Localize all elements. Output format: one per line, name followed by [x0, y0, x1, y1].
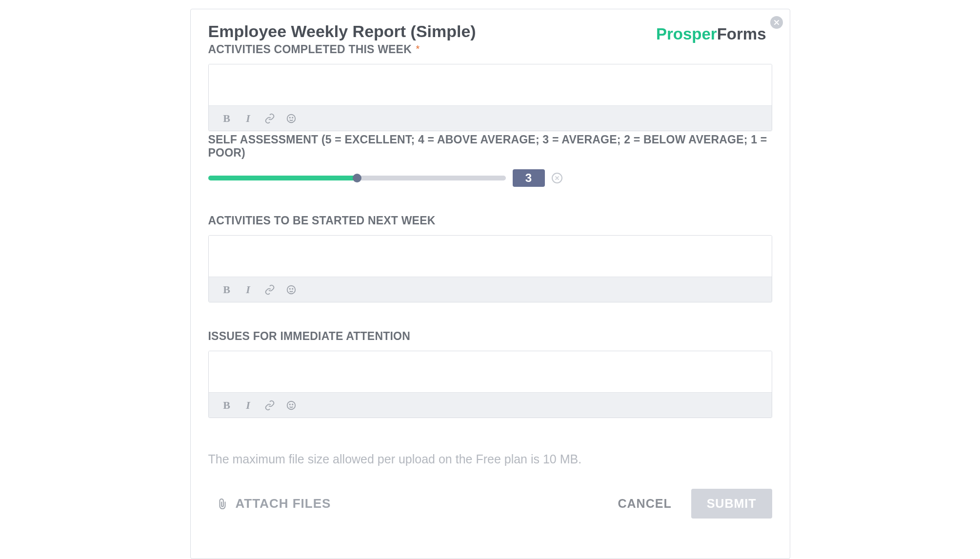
link-icon	[264, 284, 275, 295]
clear-icon	[555, 176, 560, 180]
field-self-assessment: SELF ASSESSMENT (5 = EXCELLENT; 4 = ABOV…	[208, 133, 772, 187]
activities-next-input[interactable]	[209, 236, 772, 275]
self-assessment-slider[interactable]	[208, 176, 506, 180]
form-title: Employee Weekly Report (Simple)	[208, 22, 476, 41]
emoji-button[interactable]	[285, 399, 298, 412]
link-button[interactable]	[263, 112, 276, 125]
emoji-button[interactable]	[285, 112, 298, 125]
svg-point-8	[292, 404, 293, 404]
slider-row: 3	[208, 169, 772, 187]
editor-toolbar: B I	[209, 277, 772, 302]
bold-button[interactable]: B	[220, 112, 233, 125]
paperclip-icon	[217, 498, 228, 510]
file-size-note: The maximum file size allowed per upload…	[208, 452, 772, 466]
emoji-button[interactable]	[285, 283, 298, 296]
attach-files-button[interactable]: ATTACH FILES	[208, 496, 331, 511]
svg-point-2	[292, 117, 293, 118]
close-button[interactable]	[770, 16, 783, 29]
field-activities-next: ACTIVITIES TO BE STARTED NEXT WEEK B I	[208, 214, 772, 302]
editor-issues: B I	[208, 351, 772, 418]
svg-point-1	[289, 117, 290, 118]
emoji-icon	[286, 400, 297, 411]
required-indicator: *	[416, 43, 420, 54]
svg-point-7	[289, 404, 290, 404]
field-label: ACTIVITIES COMPLETED THIS WEEK	[208, 43, 412, 56]
editor-toolbar: B I	[209, 392, 772, 418]
brand-part1: Prosper	[656, 25, 717, 43]
slider-value-badge: 3	[513, 169, 545, 187]
svg-point-0	[287, 114, 295, 122]
footer-actions: CANCEL SUBMIT	[618, 489, 772, 519]
slider-fill	[208, 176, 357, 180]
italic-button[interactable]: I	[242, 283, 255, 296]
emoji-icon	[286, 113, 297, 124]
slider-clear-button[interactable]	[552, 173, 562, 183]
field-issues: ISSUES FOR IMMEDIATE ATTENTION B I	[208, 330, 772, 418]
activities-completed-input[interactable]	[209, 64, 772, 103]
editor-toolbar: B I	[209, 105, 772, 131]
modal-header: Employee Weekly Report (Simple) ACTIVITI…	[208, 22, 772, 56]
form-modal: Employee Weekly Report (Simple) ACTIVITI…	[190, 9, 790, 559]
bold-button[interactable]: B	[220, 399, 233, 412]
modal-footer: ATTACH FILES CANCEL SUBMIT	[208, 489, 772, 519]
link-button[interactable]	[263, 399, 276, 412]
brand-logo: ProsperForms	[656, 25, 766, 43]
brand-part2: Forms	[717, 25, 766, 43]
editor-activities-completed: B I	[208, 64, 772, 131]
field-label: SELF ASSESSMENT (5 = EXCELLENT; 4 = ABOV…	[208, 133, 772, 160]
bold-button[interactable]: B	[220, 283, 233, 296]
submit-button[interactable]: SUBMIT	[691, 489, 772, 519]
close-icon	[774, 20, 780, 25]
slider-thumb[interactable]	[353, 174, 361, 182]
emoji-icon	[286, 284, 297, 295]
svg-point-6	[287, 401, 295, 409]
italic-button[interactable]: I	[242, 112, 255, 125]
field-label: ISSUES FOR IMMEDIATE ATTENTION	[208, 330, 772, 343]
svg-point-5	[292, 288, 293, 289]
link-icon	[264, 400, 275, 411]
editor-activities-next: B I	[208, 235, 772, 302]
attach-files-label: ATTACH FILES	[236, 496, 331, 511]
svg-point-4	[289, 288, 290, 289]
svg-point-3	[287, 285, 295, 294]
link-button[interactable]	[263, 283, 276, 296]
field-label: ACTIVITIES TO BE STARTED NEXT WEEK	[208, 214, 772, 227]
cancel-button[interactable]: CANCEL	[618, 497, 672, 511]
italic-button[interactable]: I	[242, 399, 255, 412]
link-icon	[264, 113, 275, 124]
issues-input[interactable]	[209, 351, 772, 390]
field-activities-completed: ACTIVITIES COMPLETED THIS WEEK *	[208, 43, 476, 56]
